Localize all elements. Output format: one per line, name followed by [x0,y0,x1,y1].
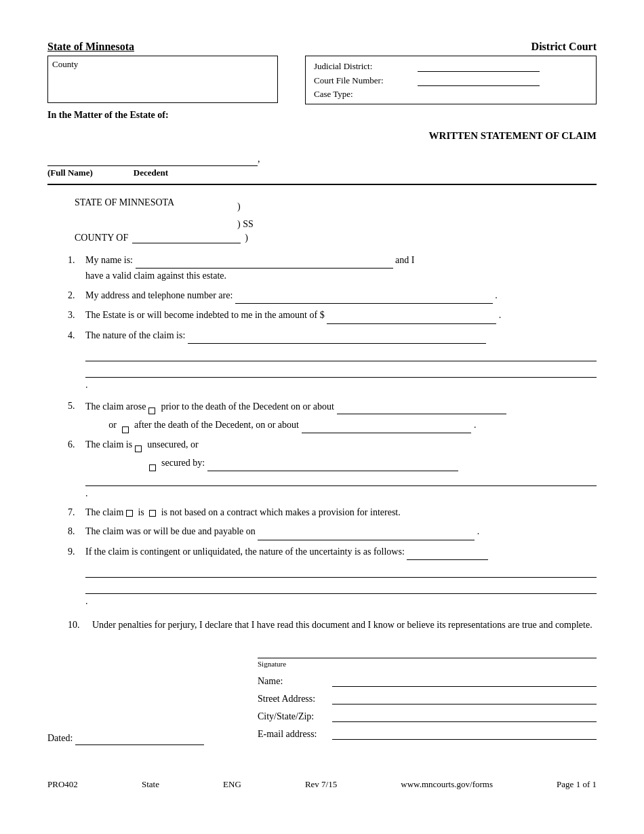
item-7-checkbox2[interactable] [149,510,156,517]
full-name-field[interactable] [47,154,258,166]
judicial-district-label: Judicial District: [311,59,415,73]
item-10: 10. Under penalties for perjury, I decla… [68,618,597,633]
paren-close2: ) [245,233,248,243]
item-6-unsecured: unsecured, or [147,437,198,452]
item-5-after-date[interactable] [302,417,471,433]
item-5-after-text: after the death of the Decedent, on or a… [134,418,299,433]
item-5-checkbox2[interactable] [122,426,129,433]
item-9-field-inline[interactable] [407,544,488,560]
divider [47,184,597,185]
decedent-label: Decedent [134,167,168,178]
footer-form-number: PRO402 [47,779,78,790]
item-7-isnot: is not based on a contract which makes a… [161,507,401,517]
item-4: 4. The nature of the claim is: . [68,328,597,392]
item-6-text: The claim is [85,437,132,452]
item-9-text: If the claim is contingent or unliquidat… [85,547,405,557]
item-1-name-field[interactable] [136,253,393,269]
item-num-7: 7. [68,505,85,520]
state-of-minnesota: STATE OF MINNESOTA [75,197,224,208]
item-num-9: 9. [68,544,85,560]
signature-line[interactable] [258,646,597,658]
dated-field[interactable] [75,733,204,745]
in-matter-label: In the Matter of the Estate of: [47,110,597,121]
item-9-line2[interactable] [85,565,597,578]
ss-text: ) SS [237,219,254,230]
court-file-number-field[interactable] [418,75,540,86]
item-1-text-claim: have a valid claim against this estate. [85,271,226,281]
footer-rev: Rev 7/15 [305,779,337,790]
dated-section: Dated: [47,733,237,745]
item-num-1: 1. [68,253,85,284]
county-label: County [52,59,78,69]
item-7-text: The claim [85,507,123,517]
full-name-label: (Full Name) [47,167,93,178]
footer-language: ENG [223,779,241,790]
item-num-10: 10. [68,618,92,633]
item-8-date-field[interactable] [258,524,475,540]
item-9-period: . [85,596,88,606]
item-num-8: 8. [68,524,85,540]
state-title: State of Minnesota [47,41,134,53]
district-court-title: District Court [531,41,597,53]
city-state-zip-label: City/State/Zip: [258,711,332,722]
item-1-text-before: My name is: [85,255,133,265]
item-4-period: . [85,380,88,390]
item-6-checkbox1[interactable] [135,445,142,452]
paren-close: ) [237,197,241,216]
signature-label: Signature [258,660,597,668]
judicial-district-field[interactable] [418,60,540,72]
item-6-period: . [85,488,88,498]
item-3-period: . [499,310,502,320]
footer-page: Page 1 of 1 [557,779,597,790]
item-3-text: The Estate is or will become indebted to… [85,310,325,320]
street-address-row: Street Address: [258,692,597,704]
name-label: Name: [258,676,332,687]
item-9: 9. If the claim is contingent or unliqui… [68,544,597,608]
name-row: Name: [258,675,597,687]
item-2: 2. My address and telephone number are: … [68,288,597,304]
item-8-period: . [477,526,480,536]
footer: PRO402 State ENG Rev 7/15 www.mncourts.g… [47,772,597,790]
item-6-checkbox2[interactable] [149,464,156,471]
item-num-5: 5. [68,399,85,433]
item-4-text: The nature of the claim is: [85,330,185,340]
item-num-2: 2. [68,288,85,304]
item-5-period: . [474,418,477,433]
item-7: 7. The claim is is not based on a contra… [68,505,597,520]
signature-section: Signature Name: Street Address: City/Sta… [258,646,597,745]
item-4-line2[interactable] [85,349,597,361]
item-num-4: 4. [68,328,85,344]
item-10-text: Under penalties for perjury, I declare t… [92,618,597,633]
item-8-text: The claim was or will be due and payable… [85,526,256,536]
item-6: 6. The claim is unsecured, or secured by… [68,437,597,501]
county-of-field[interactable] [132,233,241,243]
dated-label: Dated: [47,733,73,743]
item-5-prior-text: prior to the death of the Decedent on or… [161,399,334,414]
case-type-label: Case Type: [311,87,415,101]
item-3-amount-field[interactable] [327,308,496,323]
city-state-zip-field[interactable] [332,710,597,722]
name-field[interactable] [332,675,597,687]
item-6-secured-field[interactable] [207,455,458,471]
item-5-checkbox1[interactable] [148,408,155,414]
written-statement-title: WRITTEN STATEMENT OF CLAIM [47,130,597,142]
email-field[interactable] [332,728,597,740]
item-1: 1. My name is: and I have a valid claim … [68,253,597,284]
item-7-checkbox1[interactable] [126,510,133,517]
street-address-field[interactable] [332,692,597,704]
county-of-label: COUNTY OF [75,233,128,243]
item-4-nature-field[interactable] [188,328,486,344]
item-9-line3[interactable] [85,582,597,594]
item-num-3: 3. [68,308,85,323]
item-3: 3. The Estate is or will become indebted… [68,308,597,323]
email-row: E-mail address: [258,728,597,740]
item-8: 8. The claim was or will be due and paya… [68,524,597,540]
item-6-secured: secured by: [161,456,205,471]
item-6-line2[interactable] [85,474,597,486]
item-2-address-field[interactable] [235,288,493,304]
item-5-or: or [106,418,119,433]
court-file-number-label: Court File Number: [311,73,415,87]
county-box: County [47,56,278,103]
item-5-prior-date[interactable] [337,399,506,414]
item-4-line3[interactable] [85,365,597,378]
